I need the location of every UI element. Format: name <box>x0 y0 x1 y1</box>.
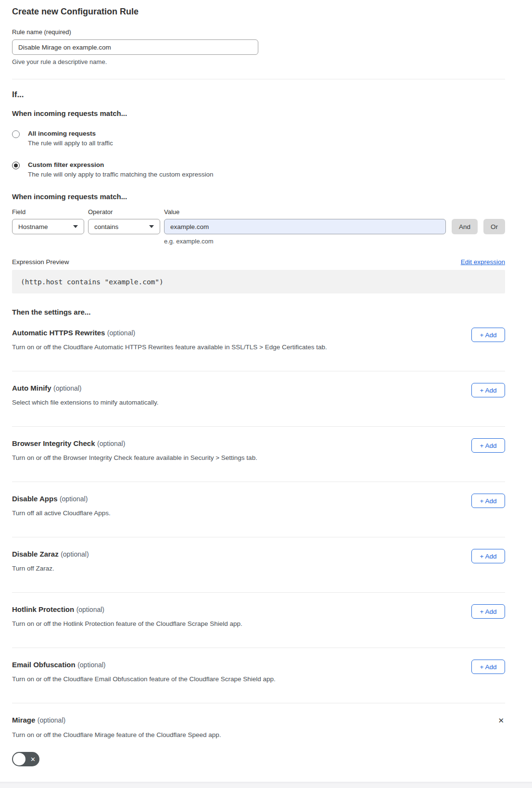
rule-name-input[interactable] <box>12 39 258 55</box>
operator-label: Operator <box>88 208 164 216</box>
setting-name: Disable Zaraz <box>12 550 59 558</box>
radio-all-incoming-requests[interactable]: All incoming requests The rule will appl… <box>12 130 505 147</box>
chevron-down-icon <box>149 225 154 228</box>
add-button[interactable]: + Add <box>471 383 505 397</box>
setting-description: Turn on or off the Cloudflare Automatic … <box>12 343 426 351</box>
setting-hotlink-protection: Hotlink Protection (optional) Turn on or… <box>12 593 505 648</box>
setting-name: Browser Integrity Check <box>12 439 95 447</box>
or-button[interactable]: Or <box>483 219 505 234</box>
setting-auto-minify: Auto Minify (optional) Select which file… <box>12 371 505 427</box>
operator-select[interactable]: contains <box>88 219 160 234</box>
radio-label: Custom filter expression <box>28 161 213 168</box>
toggle-off-x-icon: ✕ <box>30 756 36 763</box>
radio-description: The rule will apply to all traffic <box>28 140 113 147</box>
expression-builder-heading: When incoming requests match... <box>12 192 505 201</box>
then-settings-heading: Then the settings are... <box>12 308 505 316</box>
setting-description: Turn on or off the Cloudflare Mirage fea… <box>12 731 426 738</box>
create-configuration-rule-page: Create new Configuration Rule Rule name … <box>0 7 532 787</box>
add-button[interactable]: + Add <box>471 660 505 674</box>
close-icon[interactable]: ✕ <box>497 716 505 725</box>
and-button[interactable]: And <box>452 219 478 234</box>
expression-preview-row: Expression Preview Edit expression <box>12 258 505 266</box>
add-button[interactable]: + Add <box>471 438 505 453</box>
footer-strip <box>0 782 532 788</box>
setting-optional-tag: (optional) <box>38 716 65 724</box>
setting-description: Turn off all active Cloudflare Apps. <box>12 509 426 517</box>
setting-optional-tag: (optional) <box>97 440 125 447</box>
setting-browser-integrity-check: Browser Integrity Check (optional) Turn … <box>12 427 505 482</box>
setting-description: Select which file extensions to minify a… <box>12 399 426 406</box>
setting-name: Automatic HTTPS Rewrites <box>12 329 105 337</box>
setting-optional-tag: (optional) <box>53 384 81 392</box>
radio-unselected-icon[interactable] <box>12 130 20 138</box>
setting-mirage: Mirage (optional) ✕ Turn on or off the C… <box>12 703 505 787</box>
edit-expression-link[interactable]: Edit expression <box>461 258 505 266</box>
setting-name: Mirage <box>12 716 35 724</box>
match-heading: When incoming requests match... <box>12 109 505 117</box>
add-button[interactable]: + Add <box>471 494 505 508</box>
setting-name: Hotlink Protection <box>12 605 74 613</box>
field-select-value: Hostname <box>18 223 48 230</box>
page-title: Create new Configuration Rule <box>12 7 505 17</box>
setting-email-obfuscation: Email Obfuscation (optional) Turn on or … <box>12 648 505 703</box>
expression-preview-code: (http.host contains "example.com") <box>12 270 505 293</box>
section-divider <box>12 79 505 79</box>
rule-name-label: Rule name (required) <box>12 28 505 36</box>
setting-disable-apps: Disable Apps (optional) Turn off all act… <box>12 482 505 537</box>
toggle-knob <box>13 753 25 765</box>
expression-builder-labels: Field Operator Value <box>12 208 505 216</box>
setting-disable-zaraz: Disable Zaraz (optional) Turn off Zaraz.… <box>12 537 505 593</box>
setting-name: Disable Apps <box>12 495 57 503</box>
add-button[interactable]: + Add <box>471 549 505 563</box>
chevron-down-icon <box>73 225 78 228</box>
value-label: Value <box>164 208 179 216</box>
setting-optional-tag: (optional) <box>107 329 135 337</box>
setting-name: Auto Minify <box>12 384 51 392</box>
setting-description: Turn on or off the Hotlink Protection fe… <box>12 620 426 627</box>
setting-optional-tag: (optional) <box>77 661 105 669</box>
setting-optional-tag: (optional) <box>76 606 104 613</box>
rule-name-helper: Give your rule a descriptive name. <box>12 58 505 65</box>
add-button[interactable]: + Add <box>471 604 505 619</box>
setting-optional-tag: (optional) <box>60 495 88 503</box>
radio-selected-icon[interactable] <box>12 162 20 169</box>
field-select[interactable]: Hostname <box>12 219 84 234</box>
operator-select-value: contains <box>94 223 118 230</box>
radio-custom-filter-expression[interactable]: Custom filter expression The rule will o… <box>12 161 505 178</box>
setting-description: Turn off Zaraz. <box>12 565 426 572</box>
radio-description: The rule will only apply to traffic matc… <box>28 171 213 178</box>
match-type-radio-group: All incoming requests The rule will appl… <box>12 130 505 178</box>
setting-optional-tag: (optional) <box>61 550 89 558</box>
value-input[interactable] <box>164 219 446 234</box>
expression-preview-label: Expression Preview <box>12 258 69 266</box>
setting-description: Turn on or off the Browser Integrity Che… <box>12 454 426 461</box>
mirage-toggle-off[interactable]: ✕ <box>12 752 39 766</box>
value-helper: e.g. example.com <box>164 238 505 245</box>
if-heading: If... <box>12 90 505 100</box>
field-label: Field <box>12 208 88 216</box>
expression-builder-row: Hostname contains And Or <box>12 219 505 234</box>
setting-name: Email Obfuscation <box>12 661 76 669</box>
setting-automatic-https-rewrites: Automatic HTTPS Rewrites (optional) Turn… <box>12 316 505 371</box>
add-button[interactable]: + Add <box>471 328 505 342</box>
radio-label: All incoming requests <box>28 130 113 137</box>
setting-description: Turn on or off the Cloudflare Email Obfu… <box>12 675 426 683</box>
